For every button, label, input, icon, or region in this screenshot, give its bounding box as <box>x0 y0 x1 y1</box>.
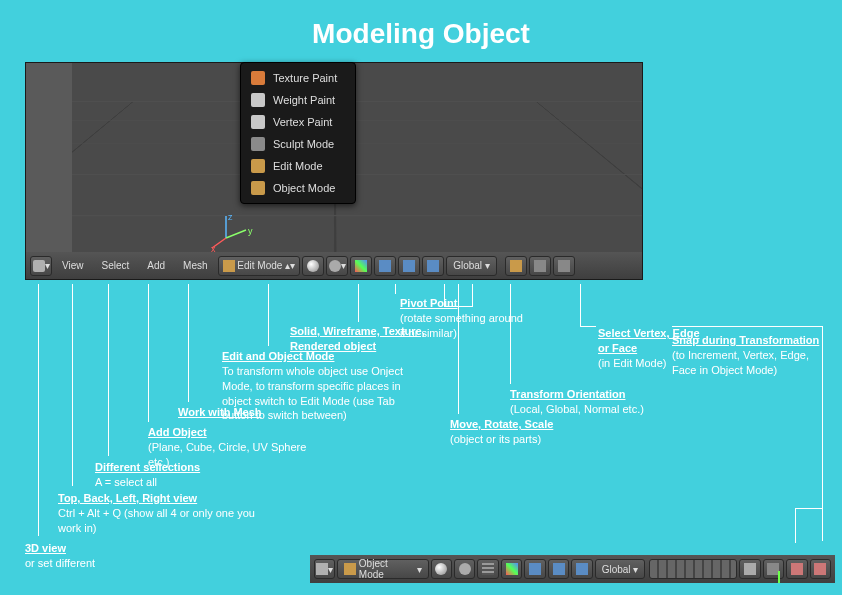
mode-option-label: Vertex Paint <box>273 116 332 128</box>
mode-option-label: Weight Paint <box>273 94 335 106</box>
face-select-button[interactable] <box>553 256 575 276</box>
mode-option[interactable]: Vertex Paint <box>241 111 355 133</box>
annot-views: Top, Back, Left, Right viewCtrl + Alt + … <box>58 491 258 536</box>
leader-line <box>148 284 149 422</box>
leader-line <box>395 284 396 294</box>
translate-button[interactable] <box>524 559 545 579</box>
leader-line <box>268 284 269 346</box>
render-button[interactable] <box>786 559 807 579</box>
scale-icon <box>427 260 439 272</box>
annot-3d-view: 3D viewor set different <box>25 541 95 571</box>
leader-line <box>188 284 189 402</box>
viewport-header: ▾ View Select Add Mesh Edit Mode ▴▾ ▾ Gl… <box>26 252 642 279</box>
annot-add-object: Add Object(Plane, Cube, Circle, UV Spher… <box>148 425 328 470</box>
manipulator-toggle[interactable] <box>350 256 372 276</box>
leader-line <box>795 508 796 543</box>
rotate-button[interactable] <box>548 559 569 579</box>
mesh-menu[interactable]: Mesh <box>175 256 215 276</box>
mode-icon <box>251 181 265 195</box>
translate-button[interactable] <box>374 256 396 276</box>
axis-icon <box>355 260 367 272</box>
orientation-selector[interactable]: Global ▾ <box>595 559 646 579</box>
opengl-button[interactable] <box>810 559 831 579</box>
axis-gizmo: z y x <box>206 208 256 253</box>
mode-option-label: Object Mode <box>273 182 335 194</box>
leader-line <box>72 284 73 486</box>
mode-option[interactable]: Sculpt Mode <box>241 133 355 155</box>
annot-transforms: Move, Rotate, Scale(object or its parts) <box>450 417 553 447</box>
axis-z-label: z <box>228 212 233 222</box>
magnet-icon <box>744 563 756 575</box>
mode-option[interactable]: Texture Paint <box>241 67 355 89</box>
annot-pivot: Pivot Point(rotate something around it o… <box>400 296 530 341</box>
leader-line <box>580 326 596 327</box>
mode-option-label: Texture Paint <box>273 72 337 84</box>
viewport-toolbar[interactable] <box>26 63 72 253</box>
pivot-button[interactable] <box>454 559 475 579</box>
mode-selector[interactable]: Edit Mode ▴▾ <box>218 256 301 276</box>
view-menu[interactable]: View <box>54 256 92 276</box>
scale-button[interactable] <box>422 256 444 276</box>
face-icon <box>558 260 570 272</box>
edge-icon <box>534 260 546 272</box>
bottom-header: ▾ Object Mode ▾ Global ▾ <box>310 555 835 583</box>
object-mode-icon <box>344 563 356 575</box>
sphere-icon <box>435 563 447 575</box>
cube-icon <box>316 563 328 575</box>
leader-line <box>580 284 581 326</box>
mode-option[interactable]: Weight Paint <box>241 89 355 111</box>
mode-label: Edit Mode <box>237 260 282 271</box>
layer-button[interactable] <box>477 559 498 579</box>
scale-button[interactable] <box>571 559 592 579</box>
mode-icon <box>251 115 265 129</box>
edge-select-button[interactable] <box>529 256 551 276</box>
rotate-icon <box>553 563 565 575</box>
move-icon <box>529 563 541 575</box>
vertex-icon <box>510 260 522 272</box>
sphere-icon <box>307 260 319 272</box>
cube-icon <box>33 260 45 272</box>
rotate-icon <box>403 260 415 272</box>
mode-icon <box>251 93 265 107</box>
mode-label: Object Mode <box>359 558 414 580</box>
mode-option-label: Sculpt Mode <box>273 138 334 150</box>
select-menu[interactable]: Select <box>94 256 138 276</box>
editor-type-button[interactable]: ▾ <box>30 256 52 276</box>
cursor-marker <box>778 571 780 583</box>
edit-mode-icon <box>223 260 235 272</box>
clapper-icon <box>814 563 826 575</box>
shading-button[interactable] <box>431 559 452 579</box>
snap-target-button[interactable] <box>763 559 784 579</box>
mode-icon <box>251 137 265 151</box>
layers-panel[interactable] <box>649 559 737 579</box>
annot-orientation: Transform Orientation(Local, Global, Nor… <box>510 387 644 417</box>
rotate-button[interactable] <box>398 256 420 276</box>
add-menu[interactable]: Add <box>139 256 173 276</box>
svg-line-1 <box>226 230 246 238</box>
mode-option-label: Edit Mode <box>273 160 323 172</box>
mode-icon <box>251 159 265 173</box>
mode-option[interactable]: Object Mode <box>241 177 355 199</box>
leader-line <box>795 508 822 509</box>
pivot-button[interactable]: ▾ <box>326 256 348 276</box>
camera-icon <box>791 563 803 575</box>
shading-button[interactable] <box>302 256 324 276</box>
annot-edit-mode: Edit and Object ModeTo transform whole o… <box>222 349 422 423</box>
scale-icon <box>576 563 588 575</box>
mode-dropdown[interactable]: Texture PaintWeight PaintVertex PaintScu… <box>240 62 356 204</box>
leader-line <box>38 284 39 536</box>
manipulator-toggle[interactable] <box>501 559 522 579</box>
mode-option[interactable]: Edit Mode <box>241 155 355 177</box>
snap-button[interactable] <box>739 559 760 579</box>
editor-type-button[interactable]: ▾ <box>314 559 335 579</box>
axis-icon <box>506 563 518 575</box>
orientation-selector[interactable]: Global ▾ <box>446 256 497 276</box>
page-title: Modeling Object <box>0 0 842 60</box>
annot-snap: Snap during Transformation(to Increment,… <box>672 333 832 378</box>
grid-icon <box>482 563 494 575</box>
mode-selector[interactable]: Object Mode ▾ <box>337 559 428 579</box>
pivot-icon <box>329 260 341 272</box>
leader-line <box>358 284 359 322</box>
vertex-select-button[interactable] <box>505 256 527 276</box>
move-icon <box>379 260 391 272</box>
